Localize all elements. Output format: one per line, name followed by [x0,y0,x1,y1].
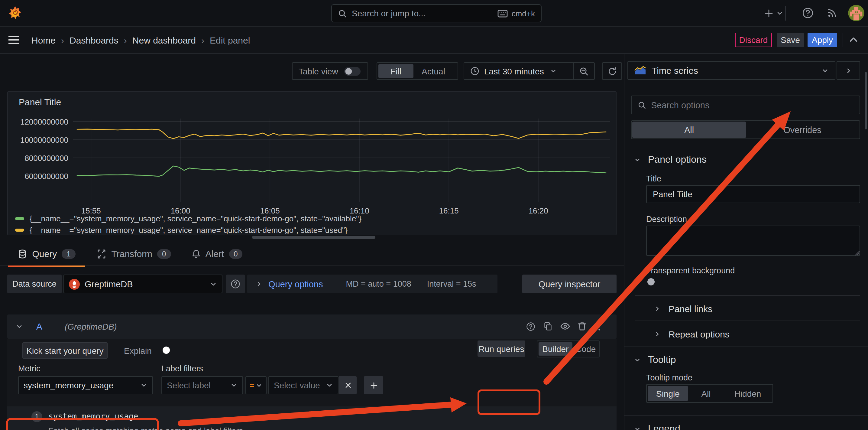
tab-alert[interactable]: Alert 0 [186,242,248,265]
sidebar-scrollbar[interactable] [865,72,867,130]
datasource-help-button[interactable] [226,275,245,293]
discard-button[interactable]: Discard [735,33,772,47]
section-legend[interactable]: Legend [634,423,680,430]
legend-item-used[interactable]: {__name__="system_memory_usage", service… [15,225,347,235]
time-range-button[interactable]: Last 30 minutes [464,63,573,79]
breadcrumb-dashboards[interactable]: Dashboards [69,35,119,45]
news-button[interactable] [827,7,838,18]
options-sidebar: Time series Search options All Overrides… [624,54,868,430]
tab-overrides[interactable]: Overrides [746,121,859,138]
section-panel-options-label: Panel options [648,154,707,165]
breadcrumb-separator: › [61,35,64,45]
query-ref-id[interactable]: A [36,321,42,332]
kick-start-button[interactable]: Kick start your query [22,342,107,359]
operator-value: = [250,381,254,390]
grafana-logo[interactable] [8,5,22,21]
tooltip-mode-single[interactable]: Single [648,386,688,401]
help-button[interactable] [802,7,814,19]
tab-alert-count: 0 [229,249,242,259]
database-icon [18,249,27,259]
refresh-button[interactable] [602,62,622,80]
tab-all[interactable]: All [632,121,746,138]
hide-query-button[interactable] [560,322,570,330]
section-tooltip[interactable]: Tooltip [634,354,676,365]
chevron-right-icon [845,67,852,74]
panel-title-input[interactable] [646,185,860,203]
viz-name: Time series [652,65,698,76]
remove-filter-button[interactable] [339,376,356,394]
fill-option[interactable]: Fill [378,64,413,78]
breadcrumb: Home › Dashboards › New dashboard › Edit… [31,27,250,54]
chevron-down-icon [16,323,23,330]
datasource-value: GreptimeDB [85,279,133,289]
save-button[interactable]: Save [777,33,804,47]
apply-button[interactable]: Apply [808,33,837,47]
chevron-down-icon [634,426,641,430]
add-filter-button[interactable] [364,376,383,394]
explain-label: Explain [124,346,152,355]
toggle-viz-list-button[interactable] [837,61,860,80]
trash-icon [578,322,586,331]
subsection-panel-links[interactable]: Panel links [654,302,712,315]
run-queries-button[interactable]: Run queries [477,341,525,357]
operator-dropdown[interactable]: = [245,376,267,394]
delete-query-button[interactable] [578,322,586,331]
table-view-toggle[interactable] [344,67,361,76]
legend-section-label: Legend [648,423,680,430]
datasource-select[interactable]: GreptimeDB [63,275,222,293]
timeseries-viz-icon [634,66,646,75]
code-option[interactable]: Code [574,342,598,355]
options-tabs: All Overrides [631,120,860,139]
drag-query-handle[interactable] [594,322,601,332]
resize-handle-icon[interactable] [854,250,860,256]
legend-item-available[interactable]: {__name__="system_memory_usage", service… [15,213,362,223]
subsection-repeat-options[interactable]: Repeat options [654,327,730,341]
chevron-down-icon [822,67,829,74]
help-icon [230,279,241,289]
drag-handle-icon [594,322,601,332]
tab-transform-count: 0 [157,249,171,259]
plus-icon [764,8,774,18]
group-divider [624,347,868,347]
actions-divider [843,33,843,47]
description-textarea[interactable] [646,226,860,256]
fill-actual-group: Fill Actual [377,62,458,80]
breadcrumb-separator: › [201,35,204,45]
add-button[interactable] [764,7,783,20]
zoom-out-button[interactable] [573,63,594,79]
tooltip-mode-hidden[interactable]: Hidden [724,386,771,401]
collapse-panel-button[interactable] [849,36,858,44]
legend-swatch-available[interactable] [15,217,24,220]
query-collapse-chevron[interactable] [16,323,23,330]
select-label-dropdown[interactable]: Select label [161,376,243,394]
greptimedb-logo [69,279,80,289]
menu-toggle[interactable] [8,36,19,44]
query-help-button[interactable] [526,322,535,332]
tooltip-mode-all[interactable]: All [689,386,723,401]
tab-transform[interactable]: Transform 0 [91,242,177,265]
tooltip-mode-label: Tooltip mode [646,373,692,382]
legend-swatch-used[interactable] [15,228,24,231]
horizontal-scrollbar[interactable] [252,236,375,239]
builder-option[interactable]: Builder [538,342,572,355]
actual-option[interactable]: Actual [415,64,452,78]
max-data-points: MD = auto = 1008 [346,279,411,288]
breadcrumb-home[interactable]: Home [31,35,56,45]
search-options-box[interactable]: Search options [631,95,860,114]
avatar[interactable] [848,5,864,21]
global-search[interactable]: Search or jump to... cmd+k [331,4,541,22]
label-filters-label: Label filters [161,364,203,373]
query-inspector-button[interactable]: Query inspector [522,275,617,293]
query-options-link[interactable]: Query options [268,279,323,289]
breadcrumb-new-dashboard[interactable]: New dashboard [132,35,196,45]
query-options-bar[interactable]: Query options MD = auto = 1008 Interval … [247,275,497,293]
metric-select[interactable]: system_memory_usage [18,376,153,394]
section-panel-options[interactable]: Panel options [634,154,707,165]
select-value-dropdown[interactable]: Select value [268,376,339,394]
viz-picker[interactable]: Time series [627,61,835,80]
expr-help-text: Fetch all series matching metric name an… [49,426,243,430]
refresh-icon [607,66,617,76]
duplicate-query-button[interactable] [544,322,553,331]
query-datasource-hint: (GreptimeDB) [65,322,117,332]
tab-query[interactable]: Query 1 [8,242,85,267]
